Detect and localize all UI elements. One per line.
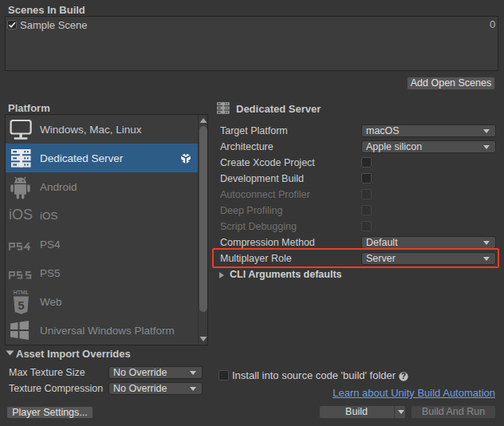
svg-text:5: 5 [18,298,24,312]
svg-text:HTML: HTML [14,290,30,295]
svg-text:?: ? [401,372,406,381]
